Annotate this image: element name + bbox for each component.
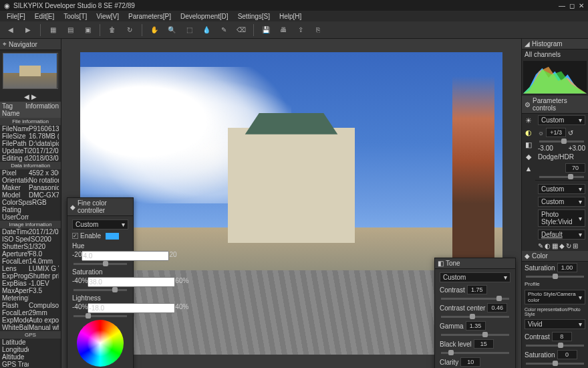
wb-dropdown[interactable]: Custom▾ <box>538 184 585 194</box>
exposure-slider[interactable] <box>539 141 584 143</box>
menu-help[interactable]: Help[H] <box>275 13 305 20</box>
export-icon[interactable]: ⇪ <box>294 23 307 37</box>
clarity-input[interactable] <box>460 357 480 367</box>
saturation-slider[interactable] <box>526 276 584 278</box>
menu-parameters[interactable]: Parameters[P] <box>124 13 175 20</box>
sat2-input[interactable] <box>557 350 577 359</box>
gamma-slider[interactable] <box>441 334 509 336</box>
default-dropdown[interactable]: Default▾ <box>538 229 585 240</box>
tone-contrast-slider[interactable] <box>441 298 509 300</box>
print-icon[interactable]: 🖶 <box>277 23 290 37</box>
titlebar: ◉SILKYPIX Developer Studio 8 SE #72/89 —… <box>0 0 588 11</box>
fcc-sat-slider[interactable] <box>74 289 127 291</box>
colorrep-dropdown[interactable]: Vivid▾ <box>525 319 585 329</box>
saturation-input[interactable] <box>557 263 577 272</box>
preset-dropdown[interactable]: Custom▾ <box>538 115 585 125</box>
dodge-input[interactable] <box>565 163 585 173</box>
tone-icon[interactable]: ◧ <box>523 139 534 150</box>
compare-icon[interactable]: ▣ <box>81 23 94 37</box>
meta-row: OrientationNo rotation (1) <box>0 177 61 184</box>
dodge-slider[interactable] <box>539 176 584 178</box>
crop-icon[interactable]: ⬚ <box>182 23 196 37</box>
menu-settings[interactable]: Settings[S] <box>234 13 274 20</box>
lightness-input[interactable] <box>88 303 175 313</box>
chevron-down-icon: ▾ <box>579 116 582 124</box>
wb2-dropdown[interactable]: Custom▾ <box>538 197 585 207</box>
meta-row: FileSize16.78MB (17599488B) <box>0 132 61 140</box>
contrast-slider[interactable] <box>526 345 584 347</box>
close-icon[interactable]: ✕ <box>579 2 584 9</box>
menu-tools[interactable]: Tools[T] <box>59 13 91 20</box>
prev-icon[interactable]: ◀ <box>4 23 17 37</box>
black-level-input[interactable] <box>474 339 494 349</box>
meta-row: MaxApertureF3.5 <box>0 287 61 294</box>
gamma-input[interactable] <box>466 321 486 331</box>
maximize-icon[interactable]: ◻ <box>569 2 575 9</box>
delete-icon[interactable]: 🗑 <box>106 23 119 37</box>
nav-next-icon[interactable]: ▶ <box>31 93 37 100</box>
contrast-center-slider[interactable] <box>441 316 509 318</box>
meta-row: ShutterSpeed1/320 <box>0 243 61 250</box>
meta-row: FilePathD:\data\pic...\osaka <box>0 140 61 147</box>
batch-icon[interactable]: ⎘ <box>311 23 325 37</box>
next-icon[interactable]: ▶ <box>21 23 35 37</box>
lightness-slider[interactable] <box>74 315 127 317</box>
contrast-center-input[interactable] <box>487 303 507 312</box>
zoom-icon[interactable]: 🔍 <box>165 23 178 37</box>
thumbs-icon[interactable]: ▤ <box>63 23 77 37</box>
menu-edit[interactable]: Edit[E] <box>31 13 58 20</box>
eraser-icon[interactable]: ⌫ <box>235 23 248 37</box>
photostyle-dropdown[interactable]: Photo Style:Vivid▾ <box>538 209 585 227</box>
color-icon[interactable]: ◆ <box>523 151 534 162</box>
black-level-slider[interactable] <box>441 352 509 354</box>
save-icon[interactable]: 💾 <box>259 23 273 37</box>
fcc-enable-check[interactable]: ✓Enable <box>69 231 131 241</box>
menu-development[interactable]: Development[D] <box>176 13 233 20</box>
brush-icon[interactable]: ✎ <box>217 23 231 37</box>
fcc-sat-input[interactable] <box>88 277 175 287</box>
hand-icon[interactable]: ✋ <box>148 23 161 37</box>
exp-icon: ☼ <box>538 129 544 136</box>
meta-row: UserComment <box>0 213 61 221</box>
grid-icon[interactable]: ▦ <box>46 23 59 37</box>
hue-slider[interactable] <box>74 263 127 265</box>
nav-prev-icon[interactable]: ◀ <box>24 93 29 100</box>
tool5-icon[interactable]: ↻ <box>566 242 571 250</box>
hue-input[interactable] <box>82 251 169 261</box>
menu-view[interactable]: View[V] <box>92 13 123 20</box>
sat2-slider[interactable] <box>526 363 584 365</box>
meta-row: FocalLength14.0mm <box>0 258 61 265</box>
app-icon: ◉ <box>4 2 10 9</box>
eyedrop-icon[interactable]: 💧 <box>200 23 213 37</box>
contrast-input[interactable] <box>552 332 572 341</box>
reset-icon[interactable]: ↺ <box>568 129 573 136</box>
tone-preset-dropdown[interactable]: Custom▾ <box>440 272 510 282</box>
meta-row: Pixel4592 x 3064 pixel <box>0 169 61 177</box>
meta-row: Rating <box>0 206 61 213</box>
wb-icon[interactable]: ◐ <box>523 127 534 138</box>
color-wheel[interactable] <box>77 320 124 367</box>
navigator-thumbnail[interactable] <box>3 53 58 89</box>
tool6-icon[interactable]: ⊞ <box>573 242 578 250</box>
tone-contrast-input[interactable] <box>467 285 487 294</box>
meta-row: ExpBias-1.0EV <box>0 280 61 287</box>
menu-file[interactable]: File[F] <box>3 13 29 20</box>
meta-row: DateTime2017/12/01 15:23:1 <box>0 228 61 236</box>
meta-row: FileNameP9160613.RW2 <box>0 125 61 132</box>
profile-dropdown[interactable]: Photo Style/Camera color▾ <box>525 290 585 304</box>
sharp-icon[interactable]: ▲ <box>523 163 534 174</box>
minimize-icon[interactable]: — <box>559 2 565 9</box>
exposure-input[interactable] <box>546 128 566 137</box>
tool3-icon[interactable]: ▦ <box>552 242 558 250</box>
fcc-icon: ◆ <box>70 203 76 211</box>
tool4-icon[interactable]: ◆ <box>559 242 565 250</box>
meta-row: MeteringModePattern <box>0 294 61 302</box>
tone-panel-icon: ◧ <box>438 260 444 267</box>
tool2-icon[interactable]: ◐ <box>545 242 551 250</box>
histogram-icon: ◢ <box>525 40 530 48</box>
sat-label: Saturation <box>525 264 555 272</box>
fcc-preset-dropdown[interactable]: Custom▾ <box>72 219 128 229</box>
tool1-icon[interactable]: ✎ <box>538 242 543 250</box>
exposure-icon[interactable]: ☀ <box>523 115 534 126</box>
rotate-icon[interactable]: ↻ <box>123 23 136 37</box>
